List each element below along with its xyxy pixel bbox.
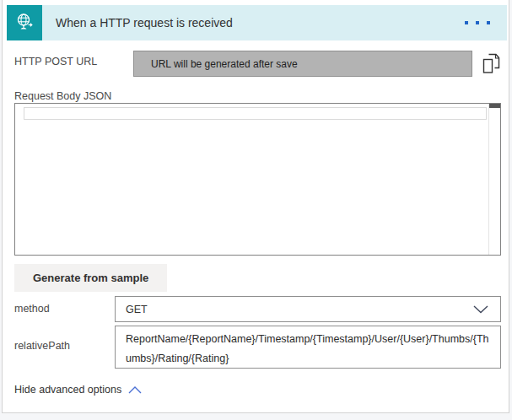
method-value: GET <box>126 304 473 315</box>
schema-editor[interactable] <box>14 103 501 256</box>
relative-path-label: relativePath <box>14 340 70 352</box>
copy-icon <box>482 53 500 74</box>
generate-from-sample-button[interactable]: Generate from sample <box>14 264 167 292</box>
http-request-globe-icon <box>7 5 42 40</box>
copy-button[interactable] <box>480 51 502 76</box>
chevron-down-icon <box>473 305 488 314</box>
relative-path-input[interactable]: ReportName/{ReportName}/Timestamp/{Times… <box>115 326 501 369</box>
schema-scrollbar[interactable] <box>488 104 500 255</box>
schema-editor-line[interactable] <box>24 107 487 120</box>
hide-advanced-options-label: Hide advanced options <box>14 384 121 396</box>
card-title: When a HTTP request is received <box>56 16 233 30</box>
method-label: method <box>14 303 50 315</box>
schema-scrollbar-thumb[interactable] <box>489 104 500 108</box>
http-post-url-value: URL will be generated after save <box>133 51 472 77</box>
trigger-card: When a HTTP request is received HTTP POS… <box>2 0 509 413</box>
chevron-up-icon <box>128 386 142 394</box>
hide-advanced-options-link[interactable]: Hide advanced options <box>14 384 142 396</box>
card-header[interactable]: When a HTTP request is received <box>42 5 507 40</box>
http-post-url-label: HTTP POST URL <box>14 56 97 67</box>
ellipsis-menu-icon[interactable] <box>461 5 493 40</box>
method-dropdown[interactable]: GET <box>115 296 501 322</box>
